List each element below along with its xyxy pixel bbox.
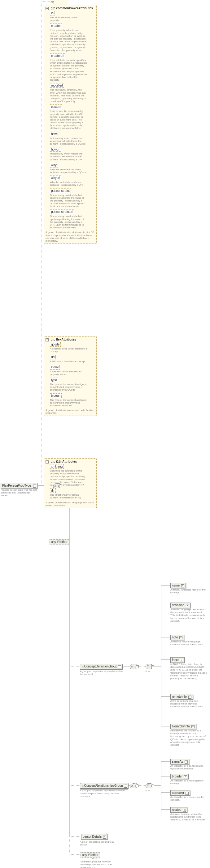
- type-desc: Flexible person data type for both contr…: [1, 489, 38, 497]
- expand-icon[interactable]: +: [181, 584, 184, 587]
- collapse-icon[interactable]: –: [46, 460, 49, 464]
- attribute-desc: If set to true the corresponding propert…: [50, 110, 87, 129]
- element-desc: In NAR 1.8 and later, facet is deprecate…: [170, 663, 208, 680]
- attribute-desc: A free-text value assigned as property v…: [50, 370, 87, 376]
- attribute-pubconstraint: pubconstraint: [50, 188, 71, 193]
- expand-icon[interactable]: +: [103, 836, 106, 839]
- attribute-creator: creator: [50, 24, 62, 28]
- group-name: i18nAttributes: [56, 460, 77, 463]
- group-ref-conceptdefinitiongroup[interactable]: ◁ ConceptDefinitionGroup –: [80, 664, 123, 670]
- attribute-desc: The type of the concept assigned as cont…: [50, 383, 87, 392]
- expand-icon[interactable]: +: [186, 604, 189, 607]
- expand-icon[interactable]: +: [183, 809, 186, 812]
- choice-connector-icon[interactable]: –: [146, 664, 153, 669]
- attribute-desc: The directionality of textual content (e…: [50, 494, 87, 499]
- expand-icon[interactable]: +: [184, 775, 187, 778]
- expand-icon[interactable]: +: [179, 636, 182, 639]
- element-desc: A set of properties specific to a person: [80, 840, 117, 846]
- sequence-connector-icon[interactable]: –: [129, 783, 138, 788]
- expand-icon[interactable]: +: [191, 725, 194, 728]
- attribute-desc: If the property value is not defined, sp…: [50, 29, 87, 52]
- attribute-modified: modified: [50, 83, 64, 88]
- group-ref-conceptrelationshipsgroup[interactable]: ◁ ConceptRelationshipsGroup –: [80, 783, 129, 789]
- sequence-connector-icon[interactable]: –: [129, 664, 138, 669]
- element-desc: An identifier of a concept with equivale…: [170, 765, 208, 770]
- group-desc: A group of attributes for language and s…: [46, 501, 95, 507]
- attribute-qcode: qcode: [50, 342, 61, 347]
- occurs: 0..∞: [92, 857, 97, 860]
- group-ref-desc: A group of properties required to define…: [80, 670, 123, 676]
- attribute-desc: A URI which identifies a concept.: [50, 360, 87, 363]
- attribute-custom: custom: [50, 104, 62, 109]
- element-facet[interactable]: facet +: [170, 657, 185, 663]
- attribute-dir: dir: [50, 488, 56, 493]
- element-note[interactable]: note +: [170, 635, 184, 640]
- attribute-creatoruri: creatoruri: [50, 54, 65, 58]
- attribute-type: type: [50, 378, 58, 382]
- element-desc: A natural language definition of the sem…: [170, 608, 208, 622]
- type-flexpersonproptype[interactable]: FlexPersonPropType –: [1, 483, 38, 489]
- attribute-desc: One or many constraints that apply to pu…: [50, 215, 87, 229]
- any-attribute: any ##other: [50, 539, 69, 545]
- expand-icon[interactable]: +: [185, 761, 188, 764]
- expand-icon[interactable]: –: [124, 784, 127, 788]
- attribute-how: how: [50, 132, 58, 136]
- element-definition[interactable]: definition +: [170, 602, 190, 608]
- element-broader[interactable]: broader +: [170, 774, 189, 779]
- element-narrower[interactable]: narrower +: [170, 790, 190, 796]
- choice-connector-icon[interactable]: –: [146, 783, 153, 788]
- collapse-icon[interactable]: –: [46, 7, 49, 10]
- attribute-xml-lang: xml:lang: [50, 464, 64, 469]
- collapse-icon[interactable]: –: [51, 1, 54, 4]
- element-related[interactable]: related +: [170, 807, 187, 813]
- attribute-desc: Why the metadata has been included - exp…: [50, 181, 87, 186]
- group-ref-desc: A group of properties required to indica…: [80, 789, 126, 798]
- collapse-icon[interactable]: –: [33, 485, 36, 488]
- element-name[interactable]: name +: [170, 583, 186, 588]
- attribute-whyuri: whyuri: [50, 176, 61, 180]
- attribute-id: id: [50, 11, 55, 16]
- attribute-why: why: [50, 163, 58, 167]
- element-remoteinfo[interactable]: remoteInfo +: [170, 694, 193, 700]
- group-name: flexAttributes: [56, 338, 76, 341]
- attribute-desc: Why the metadata has been included - exp…: [50, 168, 87, 174]
- group-ref-label: ConceptRelationshipsGroup: [84, 784, 123, 787]
- expand-icon[interactable]: +: [188, 695, 191, 699]
- attribute-desc: Indicates by which means the value was e…: [50, 152, 87, 161]
- attribute-desc: Indicates by which means the value was e…: [50, 137, 87, 146]
- attribute-pubconstrainturi: pubconstrainturi: [50, 210, 74, 214]
- any-element: any ##other: [81, 852, 100, 858]
- element-desc: Represents the position of a concept in …: [170, 729, 208, 746]
- attribute-typeuri: typeuri: [50, 393, 62, 398]
- group-flexattributes: – grp flexAttributes qcodeA qualified co…: [44, 336, 97, 416]
- group-i18nattributes: – grp i18nAttributes xml:langSpecifies t…: [44, 458, 97, 508]
- attribute-literal: literal: [50, 365, 60, 370]
- element-desc: A link to an item or a web resource whic…: [170, 700, 208, 708]
- element-desc: A related concept, where the relationshi…: [170, 813, 208, 822]
- element-desc: An identifier of a more specific concept…: [170, 796, 208, 801]
- group-desc: A group of attributes associated with fl…: [46, 409, 95, 414]
- group-commonpowerattributes: – grp commonPowerAttributes idThe local …: [44, 5, 97, 244]
- expand-icon[interactable]: –: [118, 665, 121, 669]
- attribute-desc: The local identifier of the property.: [50, 16, 87, 22]
- type-name: FlexPersonPropType: [2, 484, 31, 487]
- attribute-desc: The type of the concept assigned as cont…: [50, 399, 87, 407]
- element-sameas[interactable]: sameAs +: [170, 759, 189, 765]
- element-hierarchyinfo[interactable]: hierarchyInfo +: [170, 724, 196, 729]
- element-persondetails[interactable]: personDetails +: [81, 834, 108, 840]
- occurs: 0..∞: [146, 670, 150, 673]
- collapse-icon[interactable]: –: [46, 338, 49, 341]
- attribute-howuri: howuri: [50, 147, 61, 152]
- any-element-desc: Extension point for provider-defined pro…: [81, 860, 118, 868]
- attribute-desc: One or many constraints that apply to pu…: [50, 194, 87, 208]
- group-name: commonPowerAttributes: [56, 6, 93, 10]
- element-desc: Additional natural language information …: [170, 640, 208, 646]
- element-desc: An identifier of a more generic concept.: [170, 779, 208, 785]
- expand-icon[interactable]: +: [186, 792, 189, 795]
- attribute-uri: uri: [50, 355, 56, 360]
- expand-icon[interactable]: +: [180, 659, 183, 662]
- element-desc: A natural language name for the concept.: [170, 588, 208, 594]
- attribute-desc: If the attribute is empty, specifies whi…: [50, 59, 87, 82]
- group-desc: A group of attributes for all elements o…: [46, 231, 95, 242]
- occurs: 0..∞: [146, 789, 150, 792]
